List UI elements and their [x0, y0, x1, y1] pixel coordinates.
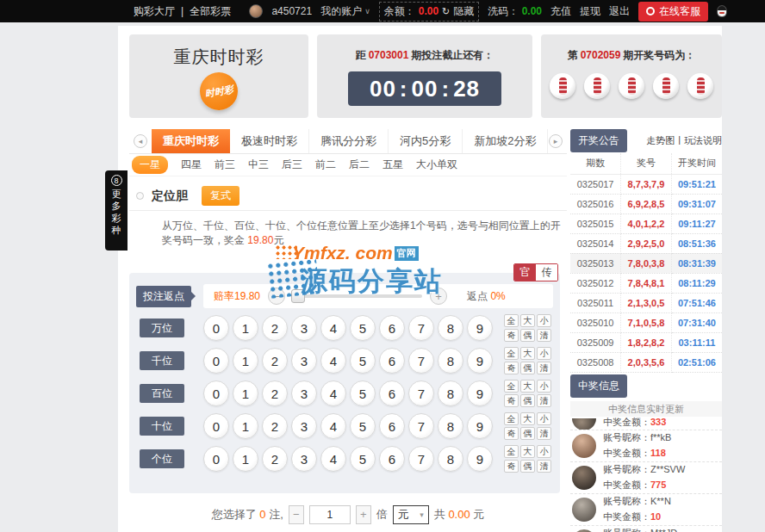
account-menu[interactable]: 我的账户 ∨	[320, 4, 370, 19]
quick-button[interactable]: 全	[504, 347, 519, 360]
quick-button[interactable]: 偶	[520, 427, 535, 440]
number-ball[interactable]: 1	[233, 413, 258, 439]
number-ball[interactable]: 6	[379, 380, 405, 406]
number-ball[interactable]: 0	[203, 348, 229, 374]
withdraw-link[interactable]: 提现	[580, 4, 600, 19]
recharge-link[interactable]: 充值	[550, 4, 571, 19]
number-ball[interactable]: 4	[320, 413, 346, 439]
number-ball[interactable]: 8	[438, 380, 463, 406]
play-subtab[interactable]: 五星	[382, 158, 403, 172]
tabs-next-icon[interactable]: ▸	[549, 134, 563, 148]
lottery-tab[interactable]: 腾讯分分彩	[309, 129, 389, 153]
rebate-plus-button[interactable]: +	[430, 288, 447, 305]
quick-button[interactable]: 大	[520, 380, 535, 393]
credit-toggle[interactable]: 传	[536, 264, 557, 281]
number-ball[interactable]: 6	[379, 315, 405, 341]
quick-button[interactable]: 偶	[520, 362, 535, 374]
play-subtab[interactable]: 后三	[282, 158, 302, 172]
play-subtab[interactable]: 大小单双	[416, 158, 457, 172]
qq-icon[interactable]	[717, 5, 727, 17]
number-ball[interactable]: 0	[203, 413, 229, 439]
official-toggle[interactable]: 官	[514, 264, 536, 281]
logout-link[interactable]: 退出	[609, 4, 630, 19]
multiplier-plus-button[interactable]: +	[356, 505, 371, 524]
quick-button[interactable]: 小	[537, 380, 551, 393]
quick-button[interactable]: 大	[520, 347, 535, 360]
play-subtab[interactable]: 中三	[248, 158, 269, 172]
quick-button[interactable]: 小	[537, 347, 551, 360]
winners-tab[interactable]: 中奖信息	[570, 374, 627, 398]
quick-button[interactable]: 奇	[504, 362, 519, 374]
refresh-icon[interactable]: ↻	[442, 6, 450, 17]
number-ball[interactable]: 4	[320, 315, 346, 341]
lottery-tab[interactable]: 河内5分彩	[389, 129, 463, 153]
tabs-prev-icon[interactable]: ◂	[134, 134, 147, 148]
number-ball[interactable]: 7	[408, 315, 434, 341]
number-ball[interactable]: 9	[467, 348, 493, 374]
quick-button[interactable]: 清	[537, 460, 551, 473]
multiplier-minus-button[interactable]: −	[289, 505, 304, 524]
quick-button[interactable]: 清	[537, 329, 551, 342]
number-ball[interactable]: 7	[408, 413, 434, 439]
quick-button[interactable]: 小	[537, 412, 551, 425]
number-ball[interactable]: 3	[291, 348, 317, 374]
rules-link[interactable]: 玩法说明	[684, 134, 722, 147]
quick-button[interactable]: 大	[520, 314, 535, 327]
number-ball[interactable]: 8	[438, 315, 463, 341]
quick-button[interactable]: 全	[504, 380, 519, 393]
announce-tab[interactable]: 开奖公告	[570, 129, 627, 152]
quick-button[interactable]: 偶	[520, 329, 535, 342]
quick-button[interactable]: 偶	[520, 460, 535, 473]
quick-button[interactable]: 奇	[504, 427, 519, 440]
online-service-button[interactable]: 在线客服	[638, 2, 708, 22]
quick-button[interactable]: 全	[504, 445, 519, 458]
rebate-minus-button[interactable]: −	[268, 288, 285, 305]
number-ball[interactable]: 2	[262, 315, 288, 341]
play-subtab[interactable]: 一星	[132, 156, 168, 174]
number-ball[interactable]: 9	[467, 380, 493, 406]
rebate-slider-handle[interactable]	[291, 289, 305, 303]
quick-button[interactable]: 清	[537, 362, 551, 374]
number-ball[interactable]: 1	[233, 348, 258, 374]
number-ball[interactable]: 8	[438, 413, 463, 439]
number-ball[interactable]: 6	[379, 348, 405, 374]
number-ball[interactable]: 5	[350, 315, 376, 341]
quick-button[interactable]: 大	[520, 412, 535, 425]
lottery-tab[interactable]: 极速时时彩	[230, 129, 309, 153]
mode-button[interactable]: 复式	[202, 186, 239, 206]
quick-button[interactable]: 清	[537, 427, 551, 440]
number-ball[interactable]: 8	[438, 348, 463, 374]
number-ball[interactable]: 5	[350, 413, 376, 439]
quick-button[interactable]: 奇	[504, 329, 519, 342]
number-ball[interactable]: 1	[233, 315, 258, 341]
quick-button[interactable]: 偶	[520, 394, 535, 407]
number-ball[interactable]: 2	[262, 348, 288, 374]
quick-button[interactable]: 奇	[504, 460, 519, 473]
number-ball[interactable]: 0	[203, 315, 229, 341]
more-lottery-tab[interactable]: 8 更多彩种	[105, 170, 128, 251]
number-ball[interactable]: 9	[467, 446, 493, 472]
trend-link[interactable]: 走势图	[646, 134, 675, 147]
number-ball[interactable]: 2	[262, 446, 288, 472]
number-ball[interactable]: 0	[203, 446, 229, 472]
rebate-slider-track[interactable]	[293, 294, 422, 298]
multiplier-input[interactable]	[309, 505, 351, 524]
number-ball[interactable]: 1	[233, 446, 258, 472]
number-ball[interactable]: 9	[467, 413, 493, 439]
number-ball[interactable]: 5	[350, 348, 376, 374]
number-ball[interactable]: 3	[291, 315, 317, 341]
play-subtab[interactable]: 前三	[215, 158, 235, 172]
quick-button[interactable]: 清	[537, 394, 551, 407]
nav-all-lottery-link[interactable]: 全部彩票	[190, 4, 231, 19]
number-ball[interactable]: 7	[408, 348, 434, 374]
play-name[interactable]: 定位胆	[152, 189, 188, 204]
number-ball[interactable]: 1	[233, 380, 258, 406]
number-ball[interactable]: 7	[408, 380, 434, 406]
number-ball[interactable]: 7	[408, 446, 434, 472]
quick-button[interactable]: 大	[520, 445, 535, 458]
hide-balance-link[interactable]: 隐藏	[453, 4, 474, 19]
quick-button[interactable]: 全	[504, 314, 519, 327]
play-radio[interactable]	[136, 192, 144, 200]
lottery-tab[interactable]: 重庆时时彩	[152, 129, 230, 153]
number-ball[interactable]: 2	[262, 413, 288, 439]
